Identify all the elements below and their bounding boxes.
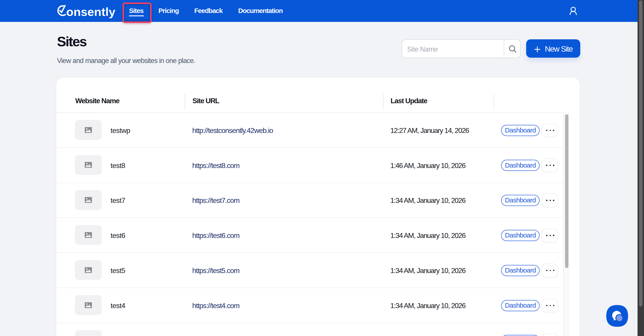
svg-text:onsently: onsently <box>66 5 116 18</box>
